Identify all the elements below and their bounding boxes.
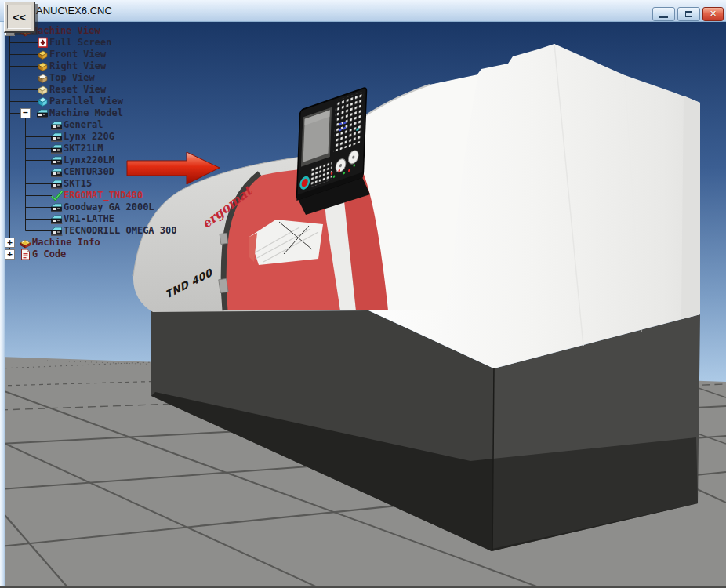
gcode-icon (19, 249, 32, 260)
collapse-panel-label: << (7, 5, 31, 29)
tree-item-label: SKT21LM (64, 143, 103, 154)
title-bar: ANUC\EX6.CNC ✕ (0, 0, 726, 22)
tree-item-full-screen[interactable]: Full Screen (0, 37, 251, 49)
tree-item-lynx-220g[interactable]: Lynx 220G (0, 131, 251, 143)
maximize-icon (685, 11, 692, 17)
tree-item-label: General (64, 119, 103, 131)
tree-item-label: Full Screen (49, 37, 111, 49)
collapse-panel-button[interactable]: << (4, 2, 35, 33)
machine-icon (50, 225, 64, 237)
machine-icon (50, 178, 64, 190)
machine-tree: −Machine ViewFull ScreenFront ViewRight … (0, 0, 726, 588)
yellow-box-icon (36, 49, 49, 60)
tree-item-machine-info[interactable]: +Machine Info (0, 237, 251, 249)
cyan-cube-icon (36, 96, 49, 107)
expand-node-toggle[interactable]: + (5, 249, 15, 260)
machine-icon (50, 119, 64, 131)
tree-item-machine-model[interactable]: −Machine Model (0, 107, 251, 119)
tree-item-label: G Code (32, 249, 66, 260)
tree-item-tecnodrill-omega-300[interactable]: TECNODRILL OMEGA 300 (0, 225, 251, 237)
tree-item-vr1-lathe[interactable]: VR1-LATHE (0, 213, 251, 225)
white-top-box-icon (36, 72, 49, 84)
tree-item-label: Machine Model (49, 107, 123, 119)
window-left-frame (0, 22, 5, 588)
tree-item-label: SKT15 (64, 178, 92, 190)
tree-item-label: TECNODRILL OMEGA 300 (64, 225, 177, 237)
close-button[interactable]: ✕ (702, 7, 724, 21)
yellow-box-icon (36, 60, 49, 72)
tree-item-reset-view[interactable]: Reset View (0, 84, 251, 96)
close-icon: ✕ (703, 9, 723, 19)
minimize-button[interactable] (652, 7, 675, 21)
tree-item-label: Machine View (32, 25, 100, 37)
tree-item-label: Machine Info (32, 237, 100, 249)
minimize-icon (659, 16, 668, 18)
tree-item-right-view[interactable]: Right View (0, 60, 251, 72)
tree-item-label: Lynx220LM (64, 154, 114, 166)
tree-item-g-code[interactable]: +G Code (0, 249, 251, 260)
tree-item-label: Parallel View (49, 96, 123, 107)
tree-item-front-view[interactable]: Front View (0, 49, 251, 60)
machine-icon (50, 143, 64, 154)
check-icon (50, 190, 64, 201)
tree-item-label: Front View (49, 49, 106, 60)
machine-icon (50, 131, 64, 143)
book-icon (19, 237, 32, 249)
tree-item-label: Right View (49, 60, 106, 72)
maximize-button[interactable] (677, 7, 700, 21)
machine-icon (50, 213, 64, 225)
collapse-node-toggle[interactable]: − (20, 108, 31, 118)
fullscreen-icon (36, 37, 49, 49)
tree-item-label: Lynx 220G (64, 131, 114, 143)
tree-item-lynx220lm[interactable]: Lynx220LM (0, 154, 251, 166)
cnc-simulator-window: ergomat TND 400 (0, 0, 726, 588)
tree-item-general[interactable]: General (0, 119, 251, 131)
tree-item-label: ERGOMAT_TND400 (64, 190, 143, 201)
tree-item-centur30d[interactable]: CENTUR30D (0, 166, 251, 178)
tree-item-goodway-ga-2000l[interactable]: Goodway GA 2000L (0, 201, 251, 213)
tree-item-label: Goodway GA 2000L (64, 201, 154, 213)
tree-item-skt15[interactable]: SKT15 (0, 178, 251, 190)
machine-icon (36, 107, 49, 119)
machine-icon (50, 154, 64, 166)
machine-icon (50, 201, 64, 213)
expand-node-toggle[interactable]: + (5, 238, 15, 248)
tree-item-label: Reset View (49, 84, 106, 96)
tree-item-label: CENTUR30D (64, 166, 114, 178)
tree-item-label: Top View (49, 72, 95, 84)
tree-item-machine-view[interactable]: −Machine View (0, 25, 251, 37)
tree-item-ergomat-tnd400[interactable]: ERGOMAT_TND400 (0, 190, 251, 201)
tree-item-skt21lm[interactable]: SKT21LM (0, 143, 251, 154)
tree-item-parallel-view[interactable]: Parallel View (0, 96, 251, 107)
cream-box-icon (36, 84, 49, 96)
tree-item-label: VR1-LATHE (64, 213, 114, 225)
machine-icon (50, 166, 64, 178)
tree-item-top-view[interactable]: Top View (0, 72, 251, 84)
window-title: ANUC\EX6.CNC (36, 5, 112, 16)
